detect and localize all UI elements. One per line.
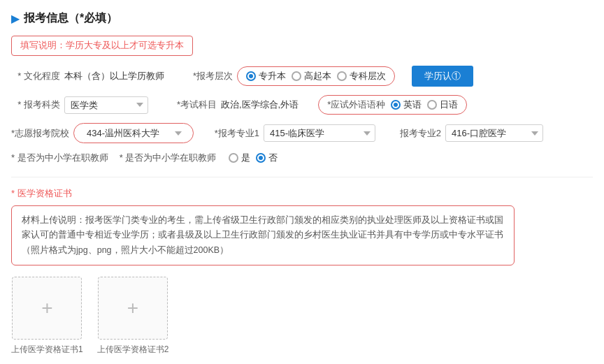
upload-box-1-wrap: + 上传医学资格证书1	[11, 277, 83, 356]
radio-zhuankecengci-circle	[337, 71, 347, 81]
radio-zhuanshengben[interactable]: 专升本	[246, 70, 286, 82]
exam-type-field: * 报考科类 医学类	[11, 96, 148, 114]
teacher-label: * 是否为中小学在职教师	[11, 152, 108, 164]
radio-zhuanshengben-circle	[246, 71, 256, 81]
school-label: *志愿报考院校	[11, 127, 69, 140]
exam-subject-label: *考试科目	[168, 99, 217, 111]
cert-label: * 医学资格证书	[11, 187, 593, 200]
radio-english-circle	[391, 100, 401, 110]
teacher-label-text: * 是否为中小学在职教师	[120, 152, 217, 164]
notice-box: 填写说明：学历大专及以上才可选专升本	[11, 36, 193, 56]
radio-teacher-yes[interactable]: 是	[229, 152, 250, 164]
cert-section: * 医学资格证书 材料上传说明：报考医学门类专业的考生，需上传省级卫生行政部门颁…	[11, 187, 593, 356]
radio-teacher-yes-label: 是	[241, 152, 250, 164]
radio-english[interactable]: 英语	[391, 99, 422, 111]
exam-type-label: * 报考科类	[11, 99, 60, 111]
major2-label: 报考专业2	[392, 127, 441, 140]
row-teacher: * 是否为中小学在职教师 * 是否为中小学在职教师 是 否	[11, 152, 593, 164]
page-container: ▶ 报考信息（*必填） 填写说明：学历大专及以上才可选专升本 * 文化程度 本科…	[0, 0, 604, 364]
exam-subject-value: 政治,医学综合,外语	[221, 96, 299, 114]
major2-select[interactable]: 416-口腔医学	[445, 124, 543, 142]
row-education: * 文化程度 本科（含）以上学历教师 *报考层次 专升本 高起本 专科层次	[11, 66, 593, 87]
exam-subject-field: *考试科目 政治,医学综合,外语	[168, 96, 299, 114]
school-select-wrap: 434-温州医科大学	[73, 123, 194, 143]
exam-type-select[interactable]: 医学类	[64, 96, 148, 114]
plus-icon-1: +	[41, 298, 52, 318]
upload-box-2[interactable]: +	[98, 277, 168, 340]
radio-teacher-no[interactable]: 否	[256, 152, 278, 164]
major1-select[interactable]: 415-临床医学	[264, 124, 375, 142]
section-header: ▶ 报考信息（*必填）	[11, 11, 593, 26]
notice-text: 填写说明：学历大专及以上才可选专升本	[20, 41, 184, 50]
radio-japanese-label: 日语	[440, 99, 458, 111]
exam-level-radio-group: 专升本 高起本 专科层次	[237, 66, 395, 86]
verify-button[interactable]: 学历认①	[412, 66, 473, 87]
row-examtype: * 报考科类 医学类 *考试科目 政治,医学综合,外语 *应试外语语种 英语 日…	[11, 95, 593, 115]
radio-zhuanshengben-label: 专升本	[259, 70, 286, 82]
plus-icon-2: +	[127, 298, 138, 318]
major1-label: *报考专业1	[210, 127, 259, 140]
radio-gaoqiben-circle	[292, 71, 301, 81]
upload-box-1[interactable]: +	[12, 277, 82, 340]
major1-field: *报考专业1 415-临床医学	[210, 124, 375, 142]
foreign-lang-label: *应试外语语种	[327, 99, 385, 111]
radio-japanese[interactable]: 日语	[427, 99, 458, 111]
radio-teacher-no-label: 否	[268, 152, 278, 164]
radio-gaoqiben-label: 高起本	[304, 70, 331, 82]
upload-label-1: 上传医学资格证书1	[11, 344, 83, 356]
radio-teacher-no-circle	[256, 153, 266, 163]
upload-area: + 上传医学资格证书1 + 上传医学资格证书2	[11, 277, 593, 356]
radio-english-label: 英语	[403, 99, 422, 111]
radio-gaoqiben[interactable]: 高起本	[292, 70, 331, 82]
radio-teacher-yes-circle	[229, 153, 238, 163]
education-value: 本科（含）以上学历教师	[64, 67, 164, 85]
radio-zhuankecengci-label: 专科层次	[350, 70, 386, 82]
major2-field: 报考专业2 416-口腔医学	[392, 124, 543, 142]
education-label: * 文化程度	[11, 70, 60, 82]
education-field: * 文化程度 本科（含）以上学历教师	[11, 67, 164, 85]
radio-zhuankecengci[interactable]: 专科层次	[337, 70, 386, 82]
upload-box-2-wrap: + 上传医学资格证书2	[97, 277, 169, 356]
row-school: *志愿报考院校 434-温州医科大学 *报考专业1 415-临床医学 报考专业2…	[11, 123, 593, 143]
exam-level-field: *报考层次 专升本 高起本 专科层次	[184, 66, 395, 86]
cert-notice: 材料上传说明：报考医学门类专业的考生，需上传省级卫生行政部门颁发的相应类别的执业…	[11, 205, 515, 265]
exam-level-label: *报考层次	[184, 70, 233, 82]
divider	[11, 177, 593, 177]
section-title: 报考信息（*必填）	[24, 11, 117, 26]
school-select[interactable]: 434-温州医科大学	[81, 125, 186, 141]
arrow-icon: ▶	[11, 12, 20, 25]
foreign-lang-field: *应试外语语种 英语 日语	[318, 95, 467, 115]
foreign-lang-group: *应试外语语种 英语 日语	[318, 95, 467, 115]
school-field: *志愿报考院校 434-温州医科大学	[11, 123, 194, 143]
radio-japanese-circle	[427, 100, 437, 110]
upload-label-2: 上传医学资格证书2	[97, 344, 169, 356]
